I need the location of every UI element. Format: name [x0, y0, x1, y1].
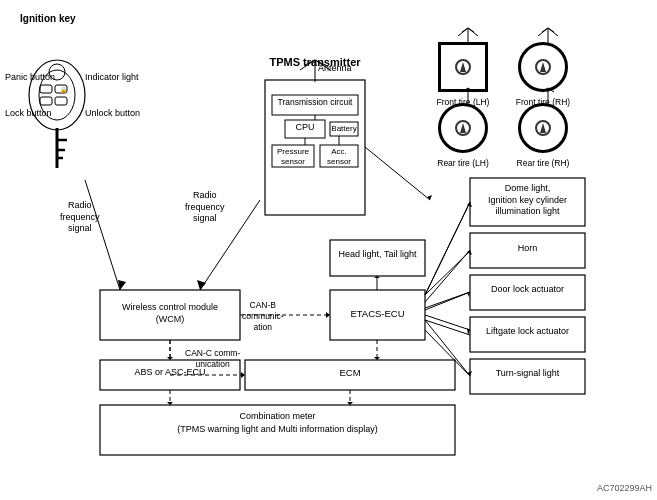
- radio-freq-right-label: Radiofrequencysignal: [185, 190, 225, 225]
- svg-line-85: [425, 251, 470, 295]
- svg-text:🔒: 🔒: [60, 86, 68, 94]
- svg-line-70: [468, 28, 478, 36]
- horn-label: Horn: [470, 243, 585, 255]
- panic-button-label: Panic button: [5, 72, 55, 84]
- svg-line-67: [462, 28, 468, 32]
- tpms-transmitter-label: TPMS transmitter: [260, 55, 370, 69]
- svg-marker-29: [197, 280, 206, 290]
- svg-line-87: [425, 320, 470, 335]
- svg-line-84: [425, 202, 470, 295]
- radio-freq-left-label: Radiofrequencysignal: [60, 200, 100, 235]
- svg-marker-83: [427, 195, 432, 200]
- ignition-key-label: Ignition key: [20, 12, 76, 25]
- unlock-button-label: Unlock button: [85, 108, 140, 120]
- ecm-label: ECM: [245, 367, 455, 379]
- pressure-sensor-label: Pressuresensor: [272, 147, 314, 166]
- indicator-light-label: Indicator light: [85, 72, 139, 84]
- dome-light-label: Dome light,Ignition key cylinderillumina…: [470, 183, 585, 218]
- svg-rect-10: [55, 97, 67, 105]
- transmission-circuit-label: Transmission circuit: [272, 97, 358, 108]
- door-lock-label: Door lock actuator: [470, 284, 585, 296]
- wcm-label: Wireless control module(WCM): [100, 302, 240, 325]
- svg-line-69: [458, 28, 468, 36]
- front-rh-tire: [518, 42, 568, 92]
- svg-marker-36: [374, 276, 380, 278]
- svg-marker-60: [167, 357, 173, 360]
- rear-lh-label: Rear tire (LH): [425, 158, 501, 169]
- svg-line-75: [548, 28, 558, 36]
- battery-label: Battery: [330, 124, 358, 134]
- svg-line-73: [548, 28, 554, 32]
- rear-lh-tire: [438, 103, 488, 153]
- svg-marker-65: [347, 402, 353, 405]
- antenna-label: Antenna: [318, 63, 352, 75]
- front-lh-tire: [438, 42, 488, 92]
- svg-rect-8: [55, 85, 67, 93]
- svg-line-86: [425, 292, 470, 310]
- svg-line-82: [365, 147, 430, 200]
- rear-rh-label: Rear tire (RH): [505, 158, 581, 169]
- acc-sensor-label: Acc.sensor: [320, 147, 358, 166]
- can-b-label: CAN-Bcommunic-ation: [242, 300, 284, 333]
- svg-line-74: [538, 28, 548, 36]
- diagram: 🔒: [0, 0, 657, 500]
- abs-asc-label: ABS or ASC-ECU: [100, 367, 240, 379]
- liftgate-lock-label: Liftgate lock actuator: [470, 326, 585, 338]
- rear-rh-tire: [518, 103, 568, 153]
- svg-rect-9: [40, 97, 52, 105]
- svg-marker-53: [374, 357, 380, 360]
- combination-meter-label: Combination meter(TPMS warning light and…: [100, 410, 455, 435]
- svg-line-72: [542, 28, 548, 32]
- cpu-label: CPU: [285, 122, 325, 134]
- svg-line-38: [425, 202, 470, 295]
- head-tail-light-label: Head light, Tail light: [330, 249, 425, 261]
- turn-signal-label: Turn-signal light: [470, 368, 585, 380]
- svg-line-68: [468, 28, 474, 32]
- svg-line-47: [425, 315, 470, 330]
- lock-button-label: Lock button: [5, 108, 52, 120]
- svg-marker-27: [118, 280, 126, 290]
- svg-line-41: [425, 250, 470, 302]
- svg-line-44: [425, 292, 470, 308]
- svg-marker-63: [167, 402, 173, 405]
- watermark: AC702299AH: [597, 483, 652, 495]
- etacs-ecu-label: ETACS-ECU: [330, 308, 425, 320]
- svg-rect-7: [40, 85, 52, 93]
